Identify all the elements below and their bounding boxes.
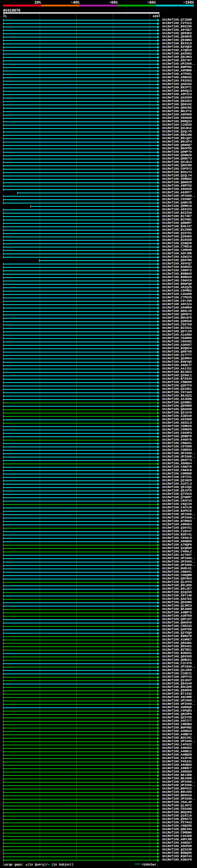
svg-text:UniRef100_A9M4E3: UniRef100_A9M4E3 (162, 523, 192, 526)
svg-text:UniRef100_C0UX62: UniRef100_C0UX62 (162, 340, 192, 343)
svg-text:UniRef100_C0A9P3: UniRef100_C0A9P3 (162, 431, 192, 435)
svg-text:UniRef100_B0BQ96: UniRef100_B0BQ96 (162, 851, 192, 855)
svg-text:UniRef100_B1Z0R8: UniRef100_B1Z0R8 (162, 228, 192, 231)
svg-text:UniRef100_C0DZ32: UniRef100_C0DZ32 (162, 624, 192, 628)
svg-text:UniRef100_Q9AAW1: UniRef100_Q9AAW1 (162, 641, 192, 645)
svg-text:UniRef100_UPI000..: UniRef100_UPI000.. (162, 452, 195, 455)
svg-text:UniRef100_A4NBS8: UniRef100_A4NBS8 (162, 753, 192, 756)
svg-text:UniRef100_C1DC47: UniRef100_C1DC47 (162, 530, 192, 533)
svg-text:UniRef100_B8GLV8: UniRef100_B8GLV8 (162, 309, 192, 313)
svg-text:UniRef100_B3DY41: UniRef100_B3DY41 (162, 533, 192, 536)
svg-text:UniRef100_Q4LB12: UniRef100_Q4LB12 (162, 127, 192, 130)
svg-text:AlignView.pm Beta rel.7: AlignView.pm Beta rel.7 (123, 9, 166, 12)
svg-text:UniRef100_B9I615: UniRef100_B9I615 (162, 42, 192, 45)
svg-text:UniRef100_Q93ZK3: UniRef100_Q93ZK3 (162, 99, 192, 103)
svg-text:UniRef100_Q9F187: UniRef100_Q9F187 (162, 618, 192, 621)
svg-text:UniRef100_Q1QHA8: UniRef100_Q1QHA8 (162, 547, 192, 550)
svg-text:UniRef100_Q3SNK1: UniRef100_Q3SNK1 (162, 401, 192, 404)
svg-text:UniRef100_C5TG66: UniRef100_C5TG66 (162, 445, 192, 448)
svg-text:UniRef100_A3JEH6: UniRef100_A3JEH6 (162, 398, 192, 401)
svg-text:UniRef100_C6SF33: UniRef100_C6SF33 (162, 499, 192, 502)
svg-text:UniRef100_UPI000..: UniRef100_UPI000.. (162, 797, 195, 801)
svg-text:UniRef100_C7PKX5: UniRef100_C7PKX5 (162, 296, 192, 299)
svg-text:UniRef100_A1KTL3: UniRef100_A1KTL3 (162, 482, 192, 486)
svg-text:UniRef100_B9BGA9: UniRef100_B9BGA9 (162, 276, 192, 279)
svg-text:UniRef100_A3N1F9: UniRef100_A3N1F9 (162, 858, 192, 862)
svg-text:UniRef100_A4NSA7: UniRef100_A4NSA7 (162, 841, 192, 845)
svg-text:UniRef100_B0P0N2: UniRef100_B0P0N2 (162, 726, 192, 730)
svg-text:UniRef100_B2ZZA0: UniRef100_B2ZZA0 (162, 211, 192, 215)
svg-text:UniRef100_A1T007: UniRef100_A1T007 (162, 553, 192, 557)
svg-text:UniRef100_Q9AMV8: UniRef100_Q9AMV8 (162, 689, 192, 692)
svg-text:UniRef100_A4NGS4: UniRef100_A4NGS4 (162, 730, 192, 733)
svg-text:UniRef100_A5C7K7: UniRef100_A5C7K7 (162, 59, 192, 62)
svg-text:UniRef100_Q4LB13: UniRef100_Q4LB13 (162, 160, 192, 164)
svg-text:UniRef100_B4G1T4: UniRef100_B4G1T4 (162, 170, 192, 174)
svg-text:UniRef100_C6AL48: UniRef100_C6AL48 (162, 801, 192, 804)
svg-text:UniRef100_A4G6Y6: UniRef100_A4G6Y6 (162, 438, 192, 441)
svg-text:UniRef100_Q0B6M7: UniRef100_Q0B6M7 (162, 221, 192, 225)
svg-text:UniRef100_B0U3F5: UniRef100_B0U3F5 (162, 316, 192, 320)
svg-text:UniRef100_B7DN03: UniRef100_B7DN03 (162, 520, 192, 523)
svg-text:UniRef100_A9N9C7: UniRef100_A9N9C7 (162, 767, 192, 770)
svg-text:UniRef100_Q8W0Q7: UniRef100_Q8W0Q7 (162, 144, 192, 147)
svg-text:UniRef100_B9IPT1: UniRef100_B9IPT1 (162, 86, 192, 89)
svg-text:UniRef100_B8F6I2: UniRef100_B8F6I2 (162, 787, 192, 790)
svg-text:UniRef100_P57843: UniRef100_P57843 (162, 821, 192, 824)
svg-text:UniRef100_B1T4K7: UniRef100_B1T4K7 (162, 215, 192, 218)
svg-text:UniRef100_Q3A7E2: UniRef100_Q3A7E2 (162, 597, 192, 601)
svg-text:UniRef100_A4FIY7: UniRef100_A4FIY7 (162, 719, 192, 723)
svg-text:UniRef100_Q1JWT2: UniRef100_Q1JWT2 (162, 804, 192, 807)
svg-text:UniRef100_A3RTK9: UniRef100_A3RTK9 (162, 614, 192, 618)
svg-text:UniRef100_A5BSS2: UniRef100_A5BSS2 (162, 76, 192, 79)
svg-text:UniRef100_A3WV28: UniRef100_A3WV28 (162, 414, 192, 418)
svg-text:UniRef100_B8LQU7: UniRef100_B8LQU7 (162, 137, 192, 140)
svg-text:UniRef100_B9RQ33: UniRef100_B9RQ33 (162, 120, 192, 123)
svg-text:UniRef100_C4F622: UniRef100_C4F622 (162, 743, 192, 746)
svg-text:UniRef100_Q6BCT3: UniRef100_Q6BCT3 (162, 157, 192, 160)
svg-text:UniRef100_Q9M619: UniRef100_Q9M619 (162, 205, 192, 208)
svg-text:(in Subject): (in Subject) (52, 863, 73, 866)
svg-text:UniRef100_UPI000..: UniRef100_UPI000.. (162, 563, 195, 567)
svg-text:UniRef100_P93263: UniRef100_P93263 (162, 79, 192, 83)
svg-text:UniRef100_A9PII3: UniRef100_A9PII3 (162, 93, 192, 96)
svg-text:UniRef100_C0EQM8: UniRef100_C0EQM8 (162, 574, 192, 577)
svg-text:UniRef100_Q3R5A6: UniRef100_Q3R5A6 (162, 320, 192, 323)
svg-text:UniRef100_Q42699: UniRef100_Q42699 (162, 96, 192, 99)
svg-text:UniRef100_C3X2D9: UniRef100_C3X2D9 (162, 834, 192, 838)
svg-text:AV410976: AV410976 (3, 9, 20, 13)
svg-text:UniRef100_Q210Y8: UniRef100_Q210Y8 (162, 411, 192, 414)
svg-text:UniRef100_B4CZD5: UniRef100_B4CZD5 (162, 685, 192, 689)
svg-text:UniRef100_B9SI90: UniRef100_B9SI90 (162, 25, 192, 28)
svg-text:UniRef100_B9HQI3: UniRef100_B9HQI3 (162, 89, 192, 93)
svg-text:UniRef100_B6J6H8: UniRef100_B6J6H8 (162, 777, 192, 780)
svg-text:UniRef100_C9MDN0: UniRef100_C9MDN0 (162, 831, 192, 834)
svg-text:UniRef100_UPI000..: UniRef100_UPI000.. (162, 780, 195, 784)
svg-text:20%: 20% (34, 1, 41, 5)
svg-text:UniRef100_A6DB00: UniRef100_A6DB00 (162, 540, 192, 543)
svg-text:UniRef100_A4BB74: UniRef100_A4BB74 (162, 733, 192, 736)
svg-text:UniRef100_UPI000..: UniRef100_UPI000.. (162, 699, 195, 702)
svg-text:UniRef100_C0N594: UniRef100_C0N594 (162, 448, 192, 452)
svg-text:UniRef100_B8LPY2: UniRef100_B8LPY2 (162, 110, 192, 113)
svg-text:UniRef100_C8WU41: UniRef100_C8WU41 (162, 570, 192, 574)
svg-text:~60%: ~60% (109, 1, 118, 5)
svg-text:UniRef100_Q8H162: UniRef100_Q8H162 (162, 103, 192, 106)
svg-text:UniRef100_B6J3R8: UniRef100_B6J3R8 (162, 773, 192, 777)
svg-text:UniRef100_A4NXE4: UniRef100_A4NXE4 (162, 746, 192, 750)
svg-text:UniRef100_Q0WP70: UniRef100_Q0WP70 (162, 150, 192, 154)
svg-text:UniRef100_C0YJH8: UniRef100_C0YJH8 (162, 299, 192, 303)
svg-text:UniRef100_C5TIV1: UniRef100_C5TIV1 (162, 475, 192, 479)
svg-text:UniRef100_B1FGN1: UniRef100_B1FGN1 (162, 218, 192, 221)
svg-text:UniRef100_Q2Y5Q0: UniRef100_Q2Y5Q0 (162, 631, 192, 634)
svg-text:UniRef100_B1K5S8: UniRef100_B1K5S8 (162, 238, 192, 242)
svg-text:UniRef100_B4EJ37: UniRef100_B4EJ37 (162, 225, 192, 228)
svg-text:(in Query)/: (in Query)/ (27, 863, 48, 866)
svg-text:UniRef100_Q07LS9: UniRef100_Q07LS9 (162, 330, 192, 333)
svg-text:UniRef100_C9PQ83: UniRef100_C9PQ83 (162, 709, 192, 713)
svg-text:UniRef100_C6MKX6: UniRef100_C6MKX6 (162, 425, 192, 428)
svg-text:UniRef100_B9CX60: UniRef100_B9CX60 (162, 790, 192, 794)
svg-text:UniRef100_Q71EW8: UniRef100_Q71EW8 (162, 18, 192, 22)
svg-text:UniRef100_A5FJR8: UniRef100_A5FJR8 (162, 252, 192, 255)
svg-text:UniRef100_C1DUJ1: UniRef100_C1DUJ1 (162, 672, 192, 675)
